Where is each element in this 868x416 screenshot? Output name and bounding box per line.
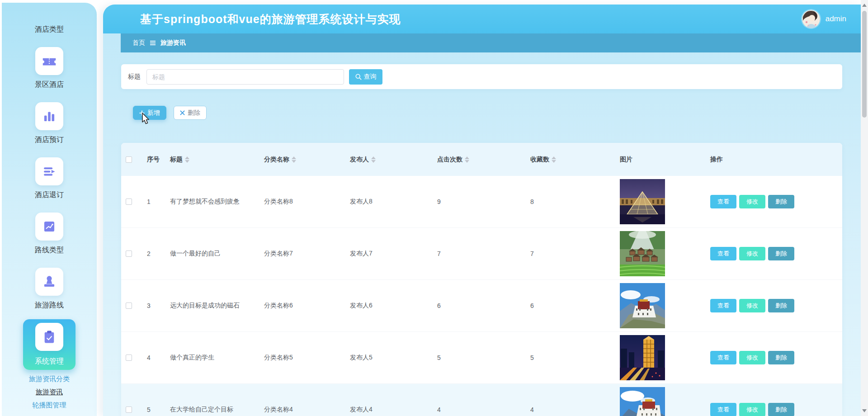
add-button[interactable]: 新增 <box>133 106 166 120</box>
table-header-row: 序号 标题 分类名称 发布人 点击次数 收藏数 图片 操作 <box>121 143 842 176</box>
bar-chart-icon <box>35 102 63 130</box>
column-header-favorites[interactable]: 收藏数 <box>530 156 620 164</box>
scroll-down-icon[interactable] <box>862 409 867 412</box>
sidebar-item-label: 酒店退订 <box>35 190 64 200</box>
sort-icon <box>371 156 376 163</box>
username: admin <box>826 14 846 24</box>
column-header-image: 图片 <box>620 156 710 164</box>
sidebar-item-hotel-cancel[interactable]: 酒店退订 <box>35 157 64 200</box>
sidebar-item-label: 酒店预订 <box>35 135 64 145</box>
row-delete-button[interactable]: 删除 <box>768 403 794 416</box>
column-header-no: 序号 <box>141 156 170 164</box>
clipboard-icon <box>35 323 63 351</box>
ticket-icon <box>35 47 63 75</box>
sort-icon <box>552 156 556 163</box>
view-button[interactable]: 查看 <box>710 403 736 416</box>
row-image-mountain-village[interactable] <box>620 231 665 276</box>
sidebar-item-travel-route[interactable]: 旅游路线 <box>35 268 64 310</box>
row-image-city-night[interactable] <box>620 335 665 380</box>
column-header-category[interactable]: 分类名称 <box>264 156 350 164</box>
sidebar-item-system-management[interactable]: 系统管理 <box>23 319 75 370</box>
breadcrumb-home[interactable]: 首页 <box>132 39 145 47</box>
row-image-louvre-pyramid-night[interactable] <box>620 179 665 224</box>
view-button[interactable]: 查看 <box>710 351 736 364</box>
sidebar-item-label: 景区酒店 <box>35 80 64 90</box>
plus-icon <box>139 110 145 116</box>
main-panel: 基于springboot和vue的旅游管理系统设计与实现 admin <box>103 5 861 416</box>
sidebar-subitem-carousel-management[interactable]: 轮播图管理 <box>33 400 66 410</box>
breadcrumb-current: 旅游资讯 <box>160 39 186 47</box>
edit-button[interactable]: 修改 <box>739 299 765 312</box>
row-checkbox[interactable] <box>126 251 132 257</box>
row-checkbox[interactable] <box>126 407 132 413</box>
page-scrollbar[interactable] <box>861 0 868 416</box>
sort-icon <box>185 156 189 163</box>
sidebar-item-label: 路线类型 <box>35 245 64 255</box>
column-header-publisher[interactable]: 发布人 <box>350 156 437 164</box>
search-input[interactable] <box>146 69 344 85</box>
page: 酒店类型 景区酒店 酒店预订 <box>0 0 868 416</box>
scrollbar-thumb[interactable] <box>862 11 867 118</box>
edit-button[interactable]: 修改 <box>739 247 765 260</box>
avatar <box>802 10 820 28</box>
row-delete-button[interactable]: 删除 <box>768 299 794 312</box>
sort-icon <box>292 156 296 163</box>
sidebar: 酒店类型 景区酒店 酒店预订 <box>2 3 97 416</box>
row-checkbox[interactable] <box>126 199 132 205</box>
view-button[interactable]: 查看 <box>710 247 736 260</box>
x-icon <box>180 110 185 115</box>
search-label: 标题 <box>128 73 141 81</box>
stamp-icon <box>35 268 63 296</box>
edit-button[interactable]: 修改 <box>739 351 765 364</box>
row-delete-button[interactable]: 删除 <box>768 247 794 260</box>
row-image-potala-palace-2[interactable] <box>620 387 665 416</box>
user-menu[interactable]: admin <box>802 6 846 32</box>
breadcrumb-separator-icon <box>150 40 156 46</box>
breadcrumb: 首页 旅游资讯 <box>121 33 861 52</box>
delete-button[interactable]: 删除 <box>174 106 207 120</box>
view-button[interactable]: 查看 <box>710 195 736 208</box>
row-delete-button[interactable]: 删除 <box>768 195 794 208</box>
view-button[interactable]: 查看 <box>710 299 736 312</box>
sidebar-item-label: 系统管理 <box>35 356 64 366</box>
column-header-title[interactable]: 标题 <box>170 156 264 164</box>
sidebar-item-label: 酒店类型 <box>35 24 64 34</box>
select-all-checkbox[interactable] <box>126 156 132 163</box>
row-checkbox[interactable] <box>126 355 132 361</box>
row-delete-button[interactable]: 删除 <box>768 351 794 364</box>
edit-button[interactable]: 修改 <box>739 195 765 208</box>
sidebar-item-hotel-type[interactable]: 酒店类型 <box>35 24 64 34</box>
row-image-potala-palace[interactable] <box>620 283 665 328</box>
table-row: 5 在大学给自己定个目标 分类名称4 发布人4 4 4 <box>121 384 842 416</box>
sidebar-subitem-travel-news[interactable]: 旅游资讯 <box>36 387 63 397</box>
table-row: 2 做一个最好的自己 分类名称7 发布人7 7 7 <box>121 228 842 280</box>
sidebar-subitem-news-category[interactable]: 旅游资讯分类 <box>29 374 70 384</box>
sidebar-submenu: 旅游资讯分类 旅游资讯 轮播图管理 <box>29 374 70 413</box>
column-header-actions: 操作 <box>710 156 842 164</box>
sidebar-item-label: 旅游路线 <box>35 300 64 310</box>
sort-icon <box>465 156 469 163</box>
sidebar-item-scenic-hotel[interactable]: 景区酒店 <box>35 47 64 90</box>
page-title: 基于springboot和vue的旅游管理系统设计与实现 <box>140 12 401 27</box>
row-checkbox[interactable] <box>126 303 132 309</box>
table-row: 4 做个真正的学生 分类名称5 发布人5 5 5 <box>121 332 842 384</box>
sidebar-item-hotel-booking[interactable]: 酒店预订 <box>35 102 64 145</box>
trend-chart-icon <box>35 213 63 241</box>
table-row: 3 远大的目标是成功的磁石 分类名称6 发布人6 6 6 <box>121 280 842 332</box>
app-header: 基于springboot和vue的旅游管理系统设计与实现 admin <box>103 5 861 33</box>
search-icon <box>355 74 362 80</box>
query-button[interactable]: 查询 <box>349 69 382 85</box>
sidebar-item-route-type[interactable]: 路线类型 <box>35 213 64 255</box>
table-row: 1 有了梦想就不会感到疲惫 分类名称8 发布人8 9 8 <box>121 176 842 228</box>
column-header-clicks[interactable]: 点击次数 <box>437 156 530 164</box>
order-list-icon <box>35 157 63 185</box>
scroll-up-icon[interactable] <box>862 4 867 7</box>
toolbar: 新增 删除 <box>133 106 207 120</box>
search-bar: 标题 查询 <box>121 64 842 89</box>
data-table: 序号 标题 分类名称 发布人 点击次数 收藏数 图片 操作 1 有了梦想就不会感… <box>121 143 842 416</box>
edit-button[interactable]: 修改 <box>739 403 765 416</box>
